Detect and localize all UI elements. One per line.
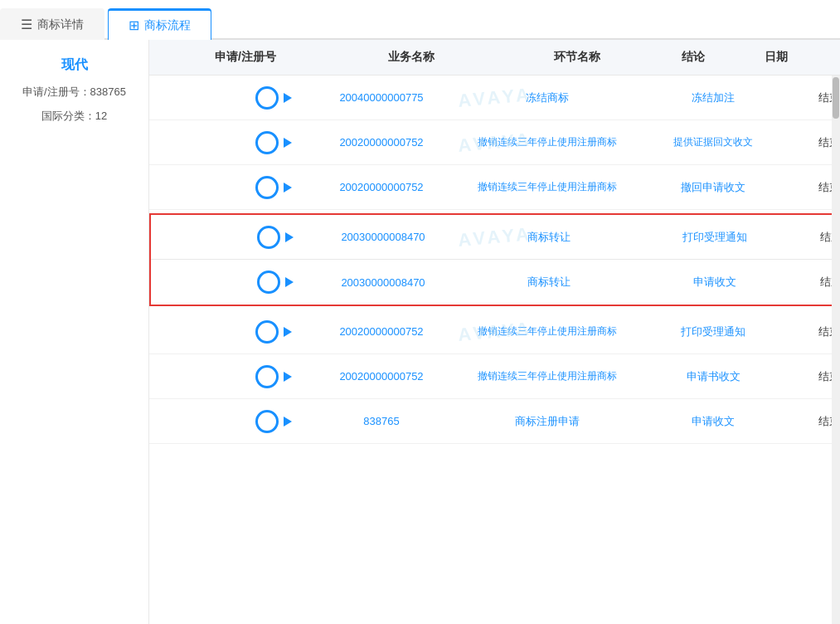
tab-trademark-detail[interactable]: ☰ 商标详情 — [0, 8, 104, 40]
row-data: 20020000000752 撤销连续三年停止使用注册商标 提供证据回文收文 结… — [299, 127, 840, 158]
cell-app-no[interactable]: 20020000000752 — [299, 181, 464, 193]
cell-app-no[interactable]: 20020000000752 — [299, 136, 464, 149]
intl-class-info: 国际分类：12 — [41, 106, 107, 125]
cell-step-name: 打印受理通知 — [630, 324, 796, 339]
cell-app-no[interactable]: 20020000000752 — [299, 370, 464, 383]
col-step-name: 环节名称 — [494, 50, 660, 65]
highlighted-group: AVAYA 20030000008470 商标转让 打印受理通知 结束 2003… — [149, 213, 840, 306]
timeline-circle — [255, 365, 279, 388]
table-body[interactable]: AVAYA 20040000000775 冻结商标 冻结加注 结束 2004年0… — [149, 76, 840, 624]
cell-step-name: 打印受理通知 — [632, 230, 798, 245]
timeline-col — [149, 86, 299, 110]
cell-biz-name: 商标转让 — [466, 275, 632, 290]
table-row-highlighted: 20030000008470 商标转让 申请收文 结束 2003年03月19日 — [151, 260, 838, 305]
table-row: AVAYA 20020000000752 撤销连续三年停止使用注册商标 打印受理… — [149, 310, 840, 354]
col-date: 日期 — [726, 50, 826, 65]
cell-app-no[interactable]: 20020000000752 — [299, 325, 464, 338]
table-row: 20020000000752 撤销连续三年停止使用注册商标 撤回申请收文 结束 … — [149, 165, 840, 210]
tab-flow-label: 商标流程 — [144, 18, 191, 33]
col-biz-name: 业务名称 — [328, 50, 494, 65]
cell-step-name: 申请书收文 — [630, 369, 796, 384]
row-data: 20020000000752 撤销连续三年停止使用注册商标 申请书收文 结束 2… — [299, 361, 840, 392]
flow-icon: ⊞ — [129, 17, 139, 33]
row-data: 20040000000775 冻结商标 冻结加注 结束 2004年02月27日 — [299, 82, 840, 114]
arrow-icon — [285, 277, 294, 287]
cell-step-name: 申请收文 — [632, 275, 798, 290]
timeline-col — [151, 271, 300, 294]
tab-trademark-flow[interactable]: ⊞ 商标流程 — [108, 8, 211, 40]
table-header: 申请/注册号 业务名称 环节名称 结论 日期 — [149, 40, 840, 76]
scrollbar-track[interactable] — [832, 76, 840, 624]
cell-step-name: 申请收文 — [630, 414, 796, 429]
col-conclusion: 结论 — [660, 50, 726, 65]
row-data: 20020000000752 撤销连续三年停止使用注册商标 打印受理通知 结束 … — [299, 316, 840, 348]
row-data: 20030000008470 商标转让 打印受理通知 结束 2003年04月22… — [300, 222, 838, 253]
timeline-circle — [257, 271, 280, 294]
cell-biz-name: 撤销连续三年停止使用注册商标 — [464, 135, 630, 149]
timeline-col — [149, 365, 299, 388]
tab-detail-label: 商标详情 — [37, 17, 84, 32]
timeline-circle — [255, 320, 279, 344]
timeline-col — [149, 176, 299, 199]
app-container: ☰ 商标详情 ⊞ 商标流程 现代 申请/注册号：838765 国际分类：12 申… — [0, 0, 840, 624]
col-app-no: 申请/注册号 — [163, 50, 328, 65]
row-data: 20020000000752 撤销连续三年停止使用注册商标 撤回申请收文 结束 … — [299, 172, 840, 203]
timeline-circle — [257, 226, 280, 249]
arrow-icon — [284, 327, 292, 337]
table-row: 838765 商标注册申请 申请收文 结束 1994年05月24日 — [149, 399, 840, 444]
arrow-icon — [284, 372, 292, 382]
table-row: AVAYA 20040000000775 冻结商标 冻结加注 结束 2004年0… — [149, 76, 840, 120]
cell-app-no[interactable]: 20030000008470 — [300, 231, 466, 243]
cell-step-name: 撤回申请收文 — [630, 180, 796, 195]
cell-biz-name: 撤销连续三年停止使用注册商标 — [464, 324, 630, 339]
arrow-icon — [284, 417, 292, 427]
cell-step-name: 提供证据回文收文 — [630, 135, 796, 149]
timeline-col — [151, 226, 300, 249]
app-no-info: 申请/注册号：838765 — [22, 82, 126, 101]
timeline-col — [149, 131, 299, 154]
cell-biz-name: 冻结商标 — [464, 90, 630, 105]
timeline-circle — [255, 176, 279, 199]
arrow-icon — [284, 138, 292, 148]
detail-icon: ☰ — [21, 17, 32, 32]
cell-app-no[interactable]: 20030000008470 — [300, 276, 466, 289]
brand-name: 现代 — [61, 56, 88, 74]
tab-bar: ☰ 商标详情 ⊞ 商标流程 — [0, 0, 840, 40]
scrollbar-thumb[interactable] — [833, 77, 839, 119]
cell-biz-name: 商标注册申请 — [464, 414, 630, 429]
table-row: 20020000000752 撤销连续三年停止使用注册商标 申请书收文 结束 2… — [149, 354, 840, 399]
cell-app-no[interactable]: 20040000000775 — [299, 91, 464, 104]
cell-biz-name: 撤销连续三年停止使用注册商标 — [464, 369, 630, 383]
cell-biz-name: 商标转让 — [466, 230, 632, 245]
cell-biz-name: 撤销连续三年停止使用注册商标 — [464, 180, 630, 194]
sidebar: 现代 申请/注册号：838765 国际分类：12 — [0, 40, 149, 624]
arrow-icon — [284, 93, 292, 103]
row-data: 838765 商标注册申请 申请收文 结束 1994年05月24日 — [299, 406, 840, 437]
timeline-circle — [255, 410, 279, 433]
table-area: 申请/注册号 业务名称 环节名称 结论 日期 AVAYA 20040000000… — [149, 40, 840, 624]
table-row: AVAYA 20020000000752 撤销连续三年停止使用注册商标 提供证据… — [149, 120, 840, 165]
timeline-col — [149, 320, 299, 344]
cell-app-no[interactable]: 838765 — [299, 415, 464, 427]
timeline-circle — [255, 86, 279, 110]
row-data: 20030000008470 商标转让 申请收文 结束 2003年03月19日 — [300, 266, 838, 298]
arrow-icon — [284, 183, 292, 193]
cell-step-name: 冻结加注 — [630, 90, 796, 105]
table-row-highlighted: AVAYA 20030000008470 商标转让 打印受理通知 结束 2003… — [151, 215, 838, 260]
arrow-icon — [285, 232, 294, 242]
timeline-circle — [255, 131, 279, 154]
main-content: 现代 申请/注册号：838765 国际分类：12 申请/注册号 业务名称 环节名… — [0, 40, 840, 624]
timeline-col — [149, 410, 299, 433]
